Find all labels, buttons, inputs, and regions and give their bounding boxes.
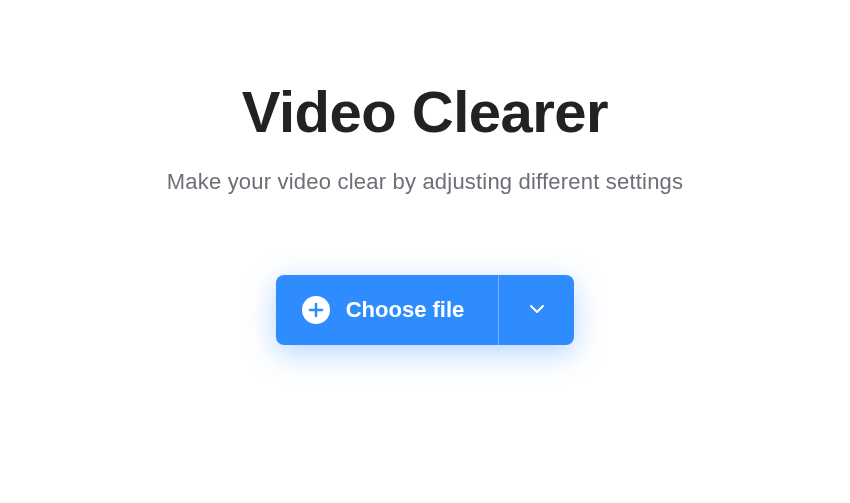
- chevron-down-icon: [528, 300, 546, 321]
- hero-section: Video Clearer Make your video clear by a…: [0, 0, 850, 503]
- page-title: Video Clearer: [242, 78, 608, 145]
- upload-source-dropdown-button[interactable]: [498, 275, 574, 345]
- choose-file-button[interactable]: Choose file: [276, 275, 499, 345]
- page-subtitle: Make your video clear by adjusting diffe…: [167, 169, 683, 195]
- upload-button-group: Choose file: [276, 275, 575, 345]
- plus-icon: [302, 296, 330, 324]
- choose-file-label: Choose file: [346, 297, 465, 323]
